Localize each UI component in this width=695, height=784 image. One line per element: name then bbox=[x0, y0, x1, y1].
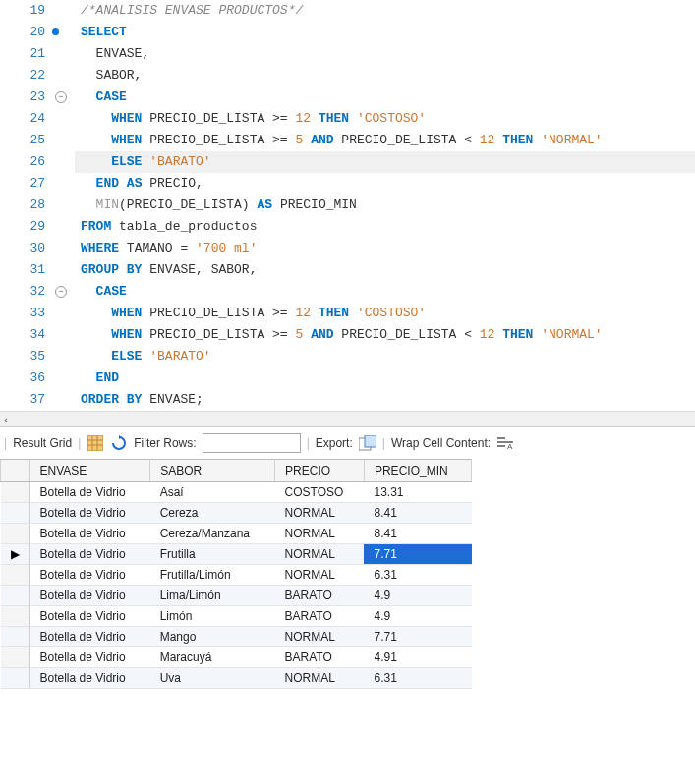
grid-cell[interactable]: Botella de Vidrio bbox=[29, 647, 150, 668]
code-line[interactable]: ELSE 'BARATO' bbox=[75, 151, 695, 173]
grid-cell[interactable]: Uva bbox=[150, 668, 275, 689]
scroll-left-arrow[interactable]: ‹ bbox=[0, 414, 8, 425]
code-line[interactable]: WHEN PRECIO_DE_LISTA >= 12 THEN 'COSTOSO… bbox=[75, 303, 695, 324]
grid-cell[interactable]: Botella de Vidrio bbox=[29, 503, 150, 524]
row-header[interactable] bbox=[1, 647, 30, 668]
fold-toggle[interactable]: − bbox=[55, 91, 67, 103]
code-line[interactable]: WHEN PRECIO_DE_LISTA >= 5 AND PRECIO_DE_… bbox=[75, 324, 695, 346]
result-grid[interactable]: ENVASESABORPRECIOPRECIO_MIN Botella de V… bbox=[0, 459, 472, 689]
code-line[interactable]: ENVASE, bbox=[75, 43, 695, 65]
row-header[interactable] bbox=[1, 627, 30, 647]
row-header[interactable] bbox=[1, 586, 30, 606]
column-header[interactable]: PRECIO bbox=[275, 460, 365, 482]
grid-cell[interactable]: BARATO bbox=[275, 647, 365, 668]
separator: | bbox=[382, 436, 385, 450]
column-header[interactable]: SABOR bbox=[150, 460, 275, 482]
grid-cell[interactable]: Limón bbox=[150, 606, 275, 627]
table-row[interactable]: ▶Botella de VidrioFrutillaNORMAL7.71 bbox=[1, 544, 472, 565]
grid-cell[interactable]: BARATO bbox=[275, 606, 365, 627]
column-header[interactable]: ENVASE bbox=[29, 460, 150, 482]
grid-cell[interactable]: NORMAL bbox=[275, 565, 365, 586]
grid-cell[interactable]: 4.91 bbox=[364, 647, 471, 668]
grid-cell[interactable]: 8.41 bbox=[364, 524, 471, 544]
refresh-icon[interactable] bbox=[110, 434, 128, 452]
grid-cell[interactable]: 7.71 bbox=[364, 544, 471, 565]
table-row[interactable]: Botella de VidrioMaracuyáBARATO4.91 bbox=[1, 647, 472, 668]
code-area[interactable]: /*ANALISIS ENVASE PRODUCTOS*/SELECT ENVA… bbox=[75, 0, 695, 411]
grid-cell[interactable]: 6.31 bbox=[364, 668, 471, 689]
code-line[interactable]: FROM tabla_de_productos bbox=[75, 216, 695, 238]
table-row[interactable]: Botella de VidrioLimónBARATO4.9 bbox=[1, 606, 472, 627]
grid-cell[interactable]: NORMAL bbox=[275, 668, 365, 689]
code-line[interactable]: ORDER BY ENVASE; bbox=[75, 389, 695, 411]
grid-cell[interactable]: 13.31 bbox=[364, 482, 471, 503]
grid-cell[interactable]: Botella de Vidrio bbox=[29, 606, 150, 627]
code-line[interactable]: /*ANALISIS ENVASE PRODUCTOS*/ bbox=[75, 0, 695, 22]
row-header[interactable] bbox=[1, 606, 30, 627]
grid-cell[interactable]: 6.31 bbox=[364, 565, 471, 586]
code-line[interactable]: ELSE 'BARATO' bbox=[75, 346, 695, 367]
filter-rows-input[interactable] bbox=[203, 433, 301, 453]
line-number: 32 bbox=[0, 281, 45, 303]
code-line[interactable]: CASE bbox=[75, 86, 695, 108]
grid-cell[interactable]: NORMAL bbox=[275, 544, 365, 565]
grid-cell[interactable]: Frutilla/Limón bbox=[150, 565, 275, 586]
grid-cell[interactable]: 7.71 bbox=[364, 627, 471, 647]
table-row[interactable]: Botella de VidrioCerezaNORMAL8.41 bbox=[1, 503, 472, 524]
grid-cell[interactable]: Cereza/Manzana bbox=[150, 524, 275, 544]
grid-cell[interactable]: Botella de Vidrio bbox=[29, 482, 150, 503]
grid-cell[interactable]: 4.9 bbox=[364, 586, 471, 606]
code-line[interactable]: WHEN PRECIO_DE_LISTA >= 12 THEN 'COSTOSO… bbox=[75, 108, 695, 130]
grid-cell[interactable]: Mango bbox=[150, 627, 275, 647]
row-header[interactable] bbox=[1, 482, 30, 503]
row-header[interactable] bbox=[1, 524, 30, 544]
export-icon[interactable] bbox=[359, 434, 376, 452]
result-grid-label[interactable]: Result Grid bbox=[13, 436, 72, 450]
table-row[interactable]: Botella de VidrioAsaíCOSTOSO13.31 bbox=[1, 482, 472, 503]
grid-body[interactable]: Botella de VidrioAsaíCOSTOSO13.31Botella… bbox=[1, 482, 472, 689]
grid-cell[interactable]: Lima/Limón bbox=[150, 586, 275, 606]
table-row[interactable]: Botella de VidrioFrutilla/LimónNORMAL6.3… bbox=[1, 565, 472, 586]
code-line[interactable]: GROUP BY ENVASE, SABOR, bbox=[75, 259, 695, 281]
code-line[interactable]: MIN(PRECIO_DE_LISTA) AS PRECIO_MIN bbox=[75, 195, 695, 216]
grid-cell[interactable]: Botella de Vidrio bbox=[29, 524, 150, 544]
code-line[interactable]: SABOR, bbox=[75, 65, 695, 86]
grid-cell[interactable]: Botella de Vidrio bbox=[29, 668, 150, 689]
horizontal-scrollbar[interactable]: ‹ bbox=[0, 411, 695, 426]
grid-cell[interactable]: Maracuyá bbox=[150, 647, 275, 668]
grid-cell[interactable]: Asaí bbox=[150, 482, 275, 503]
grid-cell[interactable]: Botella de Vidrio bbox=[29, 627, 150, 647]
row-header[interactable] bbox=[1, 668, 30, 689]
table-row[interactable]: Botella de VidrioCereza/ManzanaNORMAL8.4… bbox=[1, 524, 472, 544]
table-row[interactable]: Botella de VidrioMangoNORMAL7.71 bbox=[1, 627, 472, 647]
code-line[interactable]: SELECT bbox=[75, 22, 695, 43]
table-row[interactable]: Botella de VidrioUvaNORMAL6.31 bbox=[1, 668, 472, 689]
code-line[interactable]: WHEN PRECIO_DE_LISTA >= 5 AND PRECIO_DE_… bbox=[75, 130, 695, 151]
code-line[interactable]: WHERE TAMANO = '700 ml' bbox=[75, 238, 695, 259]
grid-cell[interactable]: NORMAL bbox=[275, 503, 365, 524]
row-header[interactable] bbox=[1, 565, 30, 586]
grid-cell[interactable]: Botella de Vidrio bbox=[29, 586, 150, 606]
column-header[interactable]: PRECIO_MIN bbox=[364, 460, 471, 482]
fold-toggle[interactable]: − bbox=[55, 286, 67, 298]
wrap-cell-icon[interactable]: A bbox=[496, 434, 514, 452]
grid-cell[interactable]: BARATO bbox=[275, 586, 365, 606]
grid-view-icon[interactable] bbox=[87, 434, 104, 452]
sql-editor[interactable]: 19202122232425262728293031323334353637 −… bbox=[0, 0, 695, 411]
grid-cell[interactable]: 4.9 bbox=[364, 606, 471, 627]
fold-column[interactable]: −− bbox=[53, 0, 75, 411]
grid-cell[interactable]: NORMAL bbox=[275, 524, 365, 544]
grid-cell[interactable]: 8.41 bbox=[364, 503, 471, 524]
grid-cell[interactable]: COSTOSO bbox=[275, 482, 365, 503]
table-row[interactable]: Botella de VidrioLima/LimónBARATO4.9 bbox=[1, 586, 472, 606]
code-line[interactable]: CASE bbox=[75, 281, 695, 303]
row-header[interactable]: ▶ bbox=[1, 544, 30, 565]
grid-cell[interactable]: Frutilla bbox=[150, 544, 275, 565]
row-header[interactable] bbox=[1, 503, 30, 524]
code-line[interactable]: END bbox=[75, 367, 695, 389]
grid-cell[interactable]: Botella de Vidrio bbox=[29, 565, 150, 586]
grid-cell[interactable]: Botella de Vidrio bbox=[29, 544, 150, 565]
grid-cell[interactable]: Cereza bbox=[150, 503, 275, 524]
grid-cell[interactable]: NORMAL bbox=[275, 627, 365, 647]
code-line[interactable]: END AS PRECIO, bbox=[75, 173, 695, 195]
